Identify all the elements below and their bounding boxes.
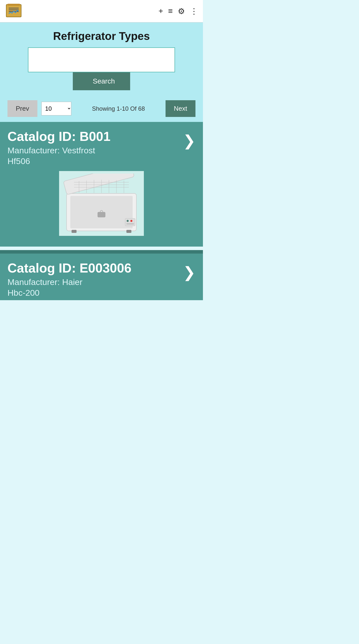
search-button[interactable]: Search (73, 72, 130, 90)
svg-rect-1 (8, 4, 20, 6)
catalog-divider (0, 250, 203, 254)
search-input[interactable] (28, 47, 175, 72)
catalog-id-2: Catalog ID: E003006 (8, 261, 132, 275)
catalog-image (59, 171, 144, 236)
pagination-bar: Prev 5 10 20 50 Showing 1-10 Of 68 Next (0, 95, 203, 122)
search-section: Refrigerator Types Search (0, 22, 203, 95)
svg-rect-6 (63, 174, 134, 195)
catalog-item-header: Catalog ID: B001 Manufacturer: Vestfrost… (8, 130, 196, 166)
add-icon[interactable]: + (158, 6, 163, 16)
app-header: + ≡ ⚙ ⋮ (0, 0, 203, 22)
svg-point-24 (130, 220, 132, 222)
per-page-select[interactable]: 5 10 20 50 (42, 102, 71, 116)
catalog-model: Hf506 (8, 156, 110, 166)
chevron-right-icon-2[interactable]: ❯ (183, 264, 196, 281)
catalog-item-header-2: Catalog ID: E003006 Manufacturer: Haier … (8, 261, 196, 298)
app-logo (5, 3, 22, 19)
svg-rect-2 (9, 8, 19, 8)
catalog-id: Catalog ID: B001 (8, 130, 110, 144)
settings-icon[interactable]: ⚙ (178, 6, 185, 16)
catalog-item[interactable]: Catalog ID: B001 Manufacturer: Vestfrost… (0, 122, 203, 246)
svg-point-23 (127, 220, 129, 222)
catalog-model-2: Hbc-200 (8, 288, 132, 298)
pagination-info: Showing 1-10 Of 68 (75, 105, 162, 112)
svg-rect-18 (98, 212, 105, 217)
svg-rect-22 (125, 218, 135, 226)
catalog-manufacturer-2: Manufacturer: Haier (8, 277, 132, 287)
prev-button[interactable]: Prev (8, 100, 38, 117)
svg-rect-0 (6, 4, 21, 17)
more-icon[interactable]: ⋮ (190, 6, 198, 16)
next-button[interactable]: Next (166, 100, 196, 117)
catalog-item-partial[interactable]: Catalog ID: E003006 Manufacturer: Haier … (0, 254, 203, 300)
catalog-manufacturer: Manufacturer: Vestfrost (8, 146, 110, 155)
catalog-image-container (8, 171, 196, 236)
chevron-right-icon[interactable]: ❯ (183, 132, 196, 149)
catalog-item-info: Catalog ID: B001 Manufacturer: Vestfrost… (8, 130, 110, 166)
svg-rect-21 (126, 230, 132, 233)
page-title: Refrigerator Types (53, 30, 150, 42)
header-actions: + ≡ ⚙ ⋮ (158, 6, 198, 16)
menu-icon[interactable]: ≡ (168, 6, 173, 16)
svg-rect-20 (72, 230, 76, 233)
catalog-list: Catalog ID: B001 Manufacturer: Vestfrost… (0, 122, 203, 300)
catalog-item-info-2: Catalog ID: E003006 Manufacturer: Haier … (8, 261, 132, 298)
svg-rect-25 (126, 224, 134, 224)
